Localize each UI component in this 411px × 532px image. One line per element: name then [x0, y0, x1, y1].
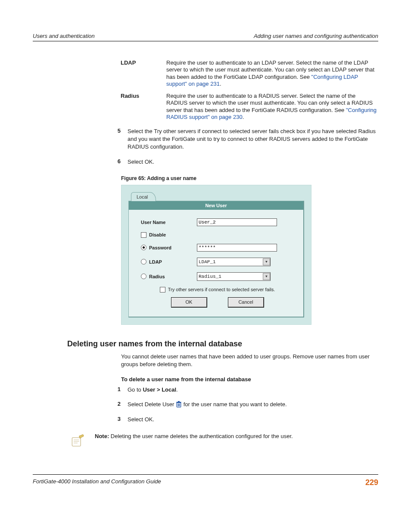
page-number: 229	[365, 478, 378, 487]
section-intro: You cannot delete user names that have b…	[121, 353, 378, 368]
figure-new-user-dialog: Local New User User Name Disable	[121, 185, 311, 325]
ldap-radio[interactable]	[141, 259, 146, 264]
def-desc-radius: Require the user to authenticate to a RA…	[166, 93, 378, 121]
radius-radio[interactable]	[141, 274, 146, 279]
step-3: 3 Select OK.	[110, 416, 378, 423]
step-2: 2 Select Delete User for the user name t…	[110, 401, 378, 408]
step-text: Select the Try other servers if connect …	[128, 128, 378, 151]
page-footer: FortiGate-4000 Installation and Configur…	[33, 474, 378, 487]
def-term-radius: Radius	[121, 93, 166, 121]
step-number: 3	[110, 416, 121, 423]
step-number: 6	[110, 158, 121, 166]
trash-icon	[176, 401, 182, 408]
try-other-checkbox[interactable]	[160, 287, 165, 292]
label-username: User Name	[141, 220, 197, 225]
chevron-down-icon: ▼	[263, 273, 270, 280]
cancel-button[interactable]: Cancel	[228, 298, 264, 307]
step-text: Select OK.	[128, 158, 378, 166]
svg-rect-6	[72, 437, 81, 446]
definition-radius: Radius Require the user to authenticate …	[121, 93, 378, 121]
chevron-down-icon: ▼	[263, 258, 270, 265]
procedure-heading: To delete a user name from the internal …	[121, 376, 378, 383]
footer-left: FortiGate-4000 Installation and Configur…	[33, 478, 161, 487]
password-radio[interactable]	[141, 245, 146, 250]
ldap-select[interactable]: LDAP_1 ▼	[197, 258, 271, 266]
page-header: Users and authentication Adding user nam…	[33, 33, 378, 41]
svg-rect-4	[176, 402, 181, 403]
new-user-panel: New User User Name Disable Password	[128, 201, 304, 317]
label-ldap: LDAP	[149, 259, 162, 264]
disable-checkbox[interactable]	[141, 232, 146, 238]
step-text: Select Delete User for the user name tha…	[128, 401, 378, 408]
step-number: 1	[110, 386, 121, 394]
ok-button[interactable]: OK	[171, 298, 207, 307]
svg-rect-5	[178, 401, 180, 402]
note-icon	[70, 433, 85, 448]
step-1: 1 Go to User > Local.	[110, 386, 378, 394]
step-text: Select OK.	[128, 416, 378, 423]
header-right: Adding user names and configuring authen…	[254, 33, 378, 39]
label-try-other: Try other servers if connect to selected…	[168, 287, 275, 292]
note-block: Note: Deleting the user name deletes the…	[70, 433, 378, 448]
definition-ldap: LDAP Require the user to authenticate to…	[121, 59, 378, 87]
note-text: Note: Deleting the user name deletes the…	[95, 433, 293, 439]
def-desc-ldap: Require the user to authenticate to an L…	[166, 59, 378, 87]
radius-select[interactable]: Radius_1 ▼	[197, 272, 271, 281]
label-disable: Disable	[149, 232, 166, 237]
step-6: 6 Select OK.	[110, 158, 378, 166]
password-input[interactable]	[197, 244, 277, 252]
panel-title: New User	[129, 201, 303, 210]
step-5: 5 Select the Try other servers if connec…	[110, 128, 378, 151]
label-password: Password	[149, 245, 171, 250]
def-term-ldap: LDAP	[121, 59, 166, 87]
label-radius: Radius	[149, 274, 165, 279]
tab-row: Local	[121, 185, 311, 201]
step-number: 2	[110, 401, 121, 408]
header-left: Users and authentication	[33, 33, 95, 39]
section-heading-deleting: Deleting user names from the internal da…	[67, 339, 378, 348]
step-text: Go to User > Local.	[128, 386, 378, 394]
step-number: 5	[110, 128, 121, 151]
tab-local[interactable]: Local	[131, 192, 156, 201]
figure-caption: Figure 65: Adding a user name	[121, 175, 378, 181]
username-input[interactable]	[197, 218, 277, 226]
